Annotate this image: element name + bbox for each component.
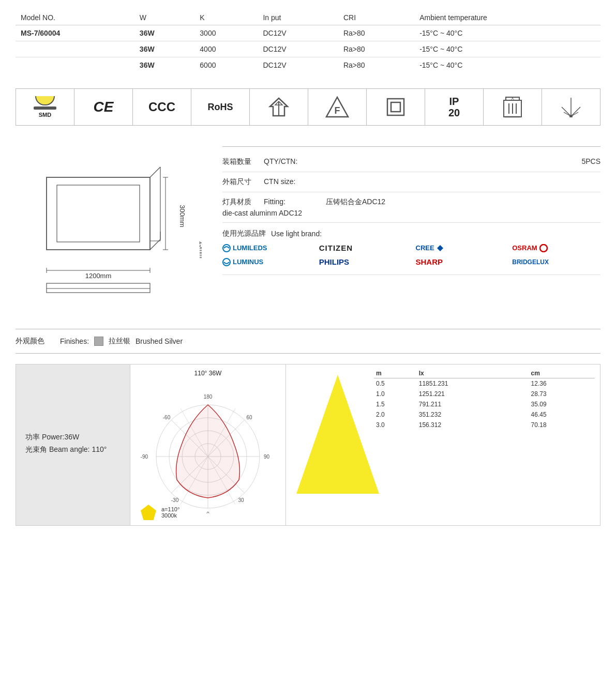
svg-point-41 bbox=[540, 245, 547, 252]
qty-label-cn: 装箱数量 bbox=[222, 157, 264, 166]
finish-label-cn: 外观颜色 bbox=[16, 337, 44, 346]
lux-data-cell: m lx cm 0.511851.23112.361.01251.22128.7… bbox=[286, 364, 600, 525]
rohs-icon: RoHS bbox=[208, 102, 233, 113]
beam-triangle-svg bbox=[291, 370, 384, 499]
osram-label: OSRAM bbox=[512, 244, 537, 252]
svg-text:90: 90 bbox=[264, 454, 270, 460]
input-cell-3: DC12V bbox=[258, 57, 338, 73]
brand-osram: OSRAM bbox=[512, 244, 600, 252]
watt-cell-3: 36W bbox=[134, 57, 194, 73]
col-model: Model NO. bbox=[16, 10, 134, 25]
square-icon bbox=[386, 97, 405, 117]
polar-angle-info: a=110° 3000k bbox=[161, 506, 179, 519]
input-cell: DC12V bbox=[258, 25, 338, 41]
product-diagram: 1200mm 300mm 15mm bbox=[16, 146, 202, 312]
svg-text:-30: -30 bbox=[171, 497, 179, 503]
svg-text:-90: -90 bbox=[141, 454, 148, 460]
cert-ip20: IP20 bbox=[425, 89, 484, 125]
col-temp: Ambient temperature bbox=[414, 10, 600, 25]
cri-cell: Ra>80 bbox=[338, 25, 414, 41]
smd-base-icon bbox=[34, 106, 56, 110]
svg-rect-5 bbox=[387, 99, 404, 115]
brand-label-cn: 使用光源品牌 bbox=[222, 229, 266, 238]
brand-philips: PHILIPS bbox=[319, 257, 408, 266]
lux-row: 3.0156.31270.18 bbox=[374, 420, 595, 430]
brand-citizen: CITIZEN bbox=[319, 244, 408, 252]
svg-text:X: X bbox=[511, 96, 514, 101]
power-label: 功率 Power:36W bbox=[25, 433, 121, 442]
lux-col-m: m bbox=[374, 369, 417, 378]
qty-label-en: QTY/CTN: bbox=[264, 157, 326, 165]
bridgelux-label: BRIDGELUX bbox=[512, 258, 549, 266]
watt-cell: 36W bbox=[134, 25, 194, 41]
table-row: MS-7/60004 36W 3000 DC12V Ra>80 -15°C ~ … bbox=[16, 25, 600, 41]
specs-table: Model NO. W K In put CRI Ambient tempera… bbox=[16, 10, 600, 73]
lux-col-lx: lx bbox=[417, 369, 529, 378]
color-temp-label: 3000k bbox=[161, 512, 179, 519]
cri-cell-2: Ra>80 bbox=[338, 41, 414, 57]
brand-label-en: Use light brand: bbox=[271, 230, 333, 238]
svg-rect-21 bbox=[47, 177, 150, 250]
brand-bridgelux: BRIDGELUX bbox=[512, 257, 600, 266]
cert-dist bbox=[542, 89, 600, 125]
lux-row: 2.0351.23246.45 bbox=[374, 409, 595, 420]
svg-marker-40 bbox=[437, 245, 443, 251]
cri-cell-3: Ra>80 bbox=[338, 57, 414, 73]
fitting-label-en: Fitting: bbox=[264, 197, 326, 207]
temp-cell-2: -15°C ~ 40°C bbox=[414, 41, 600, 57]
finish-swatch bbox=[94, 337, 103, 346]
qty-value: 5PCS bbox=[581, 157, 600, 165]
col-w: W bbox=[134, 10, 194, 25]
polar-chart-svg: 180 90 -90 0 -60 60 -30 30 bbox=[136, 379, 280, 513]
beam-label: 光束角 Beam angle: 110° bbox=[25, 445, 121, 454]
svg-text:15mm: 15mm bbox=[198, 241, 202, 258]
finish-label-en: Finishes: bbox=[60, 337, 89, 345]
fitting-row: 灯具材质 Fitting: 压铸铝合金ADC12 die-cast alumin… bbox=[222, 192, 600, 223]
k-cell-3: 6000 bbox=[194, 57, 258, 73]
svg-rect-6 bbox=[391, 102, 400, 112]
table-row: 36W 4000 DC12V Ra>80 -15°C ~ 40°C bbox=[16, 41, 600, 57]
brand-logos: LUMILEDS CITIZEN CREE OSRAM bbox=[222, 238, 600, 271]
svg-rect-22 bbox=[57, 185, 140, 242]
luminus-label: LUMINUS bbox=[233, 258, 263, 266]
cree-icon bbox=[437, 245, 444, 252]
weee-icon: X bbox=[503, 96, 522, 118]
cert-smd: SMD bbox=[16, 89, 74, 125]
k-cell: 3000 bbox=[194, 25, 258, 41]
cert-house bbox=[250, 89, 308, 125]
finish-row: 外观颜色 Finishes: 拉丝银 Brushed Silver bbox=[16, 329, 600, 354]
ip20-icon: IP20 bbox=[448, 96, 460, 118]
table-row: 36W 6000 DC12V Ra>80 -15°C ~ 40°C bbox=[16, 57, 600, 73]
lux-row: 0.511851.23112.36 bbox=[374, 378, 595, 389]
col-input: In put bbox=[258, 10, 338, 25]
bottom-section: 功率 Power:36W 光束角 Beam angle: 110° 110° 3… bbox=[16, 364, 600, 526]
citizen-label: CITIZEN bbox=[319, 244, 353, 252]
svg-text:0: 0 bbox=[206, 511, 209, 513]
brand-cree: CREE bbox=[416, 244, 504, 252]
col-cri: CRI bbox=[338, 10, 414, 25]
svg-line-16 bbox=[562, 107, 571, 116]
lux-table: m lx cm 0.511851.23112.361.01251.22128.7… bbox=[374, 369, 595, 430]
lux-col-cm: cm bbox=[529, 369, 595, 378]
cert-f-triangle: F bbox=[308, 89, 367, 125]
cert-ce: CE bbox=[74, 89, 133, 125]
f-triangle-icon: F bbox=[325, 95, 349, 119]
angle-label: a=110° bbox=[161, 506, 179, 512]
svg-line-17 bbox=[571, 107, 580, 116]
polar-title: 110° 36W bbox=[136, 370, 280, 377]
model-cell-2 bbox=[16, 41, 134, 57]
sharp-label: SHARP bbox=[416, 257, 443, 266]
power-cell: 功率 Power:36W 光束角 Beam angle: 110° bbox=[16, 364, 130, 525]
ctn-row: 外箱尺寸 CTN size: bbox=[222, 172, 600, 192]
temp-cell: -15°C ~ 40°C bbox=[414, 25, 600, 41]
col-k: K bbox=[194, 10, 258, 25]
smd-label: SMD bbox=[39, 112, 51, 118]
fitting-label-cn: 灯具材质 bbox=[222, 197, 264, 207]
smd-bowl-icon bbox=[35, 96, 55, 105]
philips-label: PHILIPS bbox=[319, 257, 349, 266]
finish-value-cn: 拉丝银 bbox=[109, 337, 130, 346]
cree-label: CREE bbox=[416, 244, 434, 252]
certification-bar: SMD CE CCC RoHS F IP20 bbox=[16, 88, 600, 126]
input-cell-2: DC12V bbox=[258, 41, 338, 57]
svg-text:F: F bbox=[335, 105, 340, 116]
